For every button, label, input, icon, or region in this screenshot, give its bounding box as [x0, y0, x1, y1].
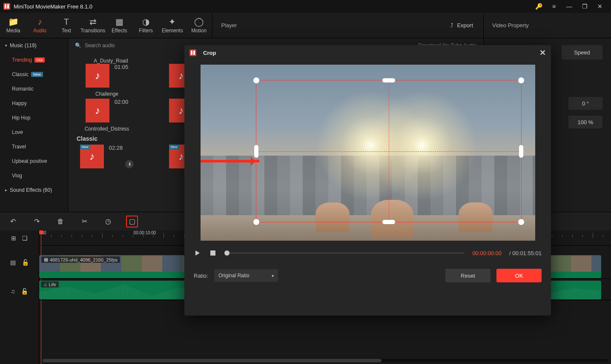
annotation-arrow-icon	[201, 160, 259, 162]
app-title: MiniTool MovieMaker Free 8.1.0	[14, 3, 92, 10]
scale-input[interactable]: 100 %	[568, 116, 602, 128]
crop-handle-t[interactable]	[382, 78, 395, 82]
app-logo-icon	[3, 3, 10, 10]
tab-audio[interactable]: ♪Audio	[26, 13, 53, 38]
speed-button[interactable]: Speed	[562, 45, 602, 60]
svg-rect-1	[210, 250, 215, 256]
transition-icon: ⇄	[89, 17, 97, 26]
audio-item[interactable]: ♪New 02:28 ⬇	[75, 145, 139, 168]
folder-icon: 📁	[8, 17, 19, 26]
crop-handle-tr[interactable]	[518, 77, 524, 83]
main-tabs: 📁Media ♪Audio TText ⇄Transitions ▦Effect…	[0, 13, 611, 38]
crop-dialog: Crop ✕	[184, 45, 551, 316]
music-note-icon: ♫	[43, 282, 47, 287]
audio-item[interactable]: ♪02:00 Controlled_Distress	[75, 99, 139, 132]
player-panel-label: Player	[212, 13, 450, 38]
filters-icon: ◑	[142, 17, 149, 26]
download-icon[interactable]: ⬇	[125, 160, 134, 168]
export-icon: ⤴	[450, 22, 453, 28]
crop-handle-l[interactable]	[254, 145, 258, 158]
music-tile-icon: ♪New	[80, 145, 104, 168]
speedometer-icon[interactable]: ◷	[102, 216, 114, 228]
app-logo-icon	[189, 49, 196, 56]
hot-badge: Hot	[34, 57, 45, 63]
crop-handle-tl[interactable]	[253, 77, 259, 83]
video-icon: ▦	[44, 257, 48, 262]
category-romantic[interactable]: Romantic	[0, 82, 68, 96]
category-music[interactable]: ▾Music (119)	[0, 38, 68, 53]
add-track-icon[interactable]: ⊞	[11, 235, 16, 242]
timeline-scrollbar[interactable]	[43, 359, 608, 362]
cut-button[interactable]: ✂	[78, 216, 90, 228]
category-travel[interactable]: Travel	[0, 139, 68, 154]
property-panel-label: Video Property	[483, 13, 611, 38]
music-tile-icon: ♪	[86, 64, 109, 88]
crop-button[interactable]: ▢	[126, 216, 138, 228]
effects-icon: ▦	[115, 17, 123, 26]
time-total: / 00:01:55:01	[509, 250, 542, 256]
new-badge: New	[80, 145, 90, 149]
category-love[interactable]: Love	[0, 125, 68, 139]
stop-button[interactable]	[209, 249, 217, 257]
new-badge: New	[31, 72, 43, 77]
new-badge: New	[169, 145, 179, 149]
seek-bar[interactable]	[224, 252, 465, 254]
audio-item[interactable]: ♪01:05 Challenge	[75, 64, 139, 97]
time-current: 00:00:00:00	[472, 250, 502, 256]
audio-track-icon: ♫	[11, 288, 15, 295]
tab-elements[interactable]: ✦Elements	[159, 13, 186, 38]
close-icon[interactable]: ✕	[539, 48, 546, 57]
export-button[interactable]: ⤴Export	[450, 22, 473, 28]
ok-button[interactable]: OK	[496, 269, 542, 282]
seek-thumb[interactable]	[224, 250, 229, 256]
tab-text[interactable]: TText	[53, 13, 80, 38]
tab-media[interactable]: 📁Media	[0, 13, 26, 38]
audio-label: A_Dusty_Road	[94, 58, 158, 64]
crop-handle-bl[interactable]	[253, 219, 259, 225]
play-button[interactable]	[194, 249, 201, 257]
delete-button[interactable]: 🗑	[55, 216, 66, 228]
minimize-button[interactable]: —	[562, 0, 577, 13]
crop-rectangle[interactable]	[256, 80, 522, 222]
chevron-down-icon: ▾	[5, 43, 7, 48]
category-vlog[interactable]: Vlog	[0, 168, 68, 183]
tab-transitions[interactable]: ⇄Transitions	[80, 13, 106, 38]
tab-motion[interactable]: ◯Motion	[186, 13, 212, 38]
ratio-select[interactable]: Original Ratio ▾	[214, 269, 278, 282]
music-tile-icon: ♪	[86, 99, 109, 122]
category-hiphop[interactable]: Hip Hop	[0, 111, 68, 125]
elements-icon: ✦	[169, 17, 176, 26]
rotate-input[interactable]: 0 °	[568, 97, 602, 110]
category-trending[interactable]: TrendingHot	[0, 53, 68, 67]
reset-button[interactable]: Reset	[445, 269, 491, 282]
crop-handle-r[interactable]	[519, 145, 523, 158]
crop-handle-br[interactable]	[518, 219, 524, 225]
lock-icon[interactable]: 🔓	[22, 259, 29, 266]
tab-filters[interactable]: ◑Filters	[132, 13, 159, 38]
close-window-button[interactable]: ✕	[592, 0, 608, 13]
svg-marker-0	[195, 250, 200, 256]
redo-button[interactable]: ↷	[31, 216, 43, 228]
category-classic[interactable]: ClassicNew	[0, 67, 68, 82]
video-track-icon: ▤	[10, 259, 16, 266]
titlebar: MiniTool MovieMaker Free 8.1.0 🔑 ≡ — ❐ ✕	[0, 0, 611, 13]
crop-dialog-title: Crop	[203, 50, 216, 56]
motion-icon: ◯	[194, 17, 204, 26]
music-note-icon: ♪	[37, 17, 42, 26]
key-icon[interactable]: 🔑	[531, 0, 546, 13]
crop-handle-b[interactable]	[382, 220, 395, 224]
maximize-button[interactable]: ❐	[577, 0, 592, 13]
category-happy[interactable]: Happy	[0, 96, 68, 111]
lock-icon[interactable]: 🔓	[21, 288, 28, 295]
crop-preview[interactable]	[184, 60, 551, 245]
search-audio-input[interactable]: Search audio	[85, 43, 115, 48]
text-icon: T	[64, 17, 69, 26]
layers-icon[interactable]: ❏	[22, 235, 28, 242]
chevron-right-icon: ▸	[5, 188, 7, 192]
category-upbeat[interactable]: Upbeat positive	[0, 154, 68, 168]
category-sound-effects[interactable]: ▸Sound Effects (60)	[0, 183, 68, 197]
tab-effects[interactable]: ▦Effects	[106, 13, 132, 38]
menu-icon[interactable]: ≡	[546, 0, 562, 13]
undo-button[interactable]: ↶	[7, 216, 19, 228]
ratio-label: Ratio:	[194, 273, 208, 279]
